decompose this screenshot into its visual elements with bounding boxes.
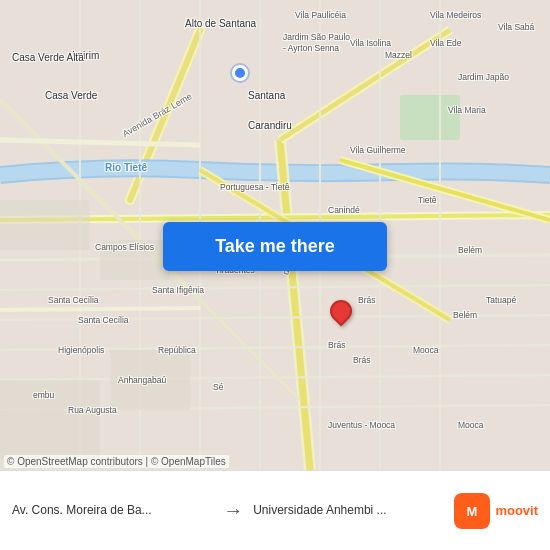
svg-rect-1 (400, 95, 460, 140)
label-rua-augusta: Rua Augusta (68, 405, 117, 415)
label-belem2: Belém (453, 310, 477, 320)
label-santa-cecilia2: Santa Cecília (78, 315, 129, 325)
label-bras3: Brás (353, 355, 370, 365)
label-jardim-sp2: - Ayrton Senna (283, 43, 339, 53)
svg-rect-31 (0, 200, 90, 250)
label-mooca1: Mooca (413, 345, 439, 355)
label-jardim-sp1: Jardim São Paulo (283, 32, 350, 42)
label-jardim-japao: Jardim Japão (458, 72, 509, 82)
origin-marker (232, 65, 248, 81)
moovit-icon: M (454, 493, 490, 529)
label-alto-santana: Alto de Santana (185, 18, 256, 29)
label-vila-saba: Vila Sabá (498, 22, 534, 32)
route-from: Av. Cons. Moreira de Ba... (12, 503, 213, 519)
label-vila-isolina: Vila Isolina (350, 38, 391, 48)
label-se: Sé (213, 382, 223, 392)
label-higienopolis: Higienópolis (58, 345, 104, 355)
route-to-text: Universidade Anhembi ... (253, 503, 386, 519)
label-vila-guilherme: Vila Guilherme (350, 145, 406, 155)
label-casa-verde: Casa Verde (45, 90, 97, 101)
take-me-there-button[interactable]: Take me there (163, 222, 387, 271)
label-juventus: Juventus - Mooca (328, 420, 395, 430)
label-campos-elisios: Campos Elísios (95, 242, 154, 252)
label-portuguesa: Portuguesa - Tietê (220, 182, 289, 192)
label-vila-ede: Vila Ede (430, 38, 462, 48)
moovit-logo: M moovit (454, 493, 538, 529)
map-container: Imirim Alto de Santana Vila Paulicéia Vi… (0, 0, 550, 470)
label-vila-medeiros: Vila Medeiros (430, 10, 481, 20)
destination-marker (330, 300, 352, 322)
bottom-bar: Av. Cons. Moreira de Ba... → Universidad… (0, 470, 550, 550)
route-arrow: → (223, 499, 243, 522)
label-casa-verde-alta: Casa Verde Alta (12, 52, 84, 63)
label-bras1: Brás (358, 295, 375, 305)
route-from-text: Av. Cons. Moreira de Ba... (12, 503, 152, 519)
label-mazzel: Mazzel (385, 50, 412, 60)
label-republica: República (158, 345, 196, 355)
label-tiete: Tietê (418, 195, 437, 205)
label-santa-ifigenia: Santa Ifigênia (152, 285, 204, 295)
label-santana: Santana (248, 90, 285, 101)
label-mooca2: Mooca (458, 420, 484, 430)
moovit-text: moovit (495, 503, 538, 518)
label-carandiru: Carandiru (248, 120, 292, 131)
svg-text:M: M (467, 504, 478, 519)
label-embu: embu (33, 390, 54, 400)
label-vila-maria: Vila Maria (448, 105, 486, 115)
label-tatua: Tatuapé (486, 295, 516, 305)
map-attribution: © OpenStreetMap contributors | © OpenMap… (4, 455, 229, 468)
label-bras2: Brás (328, 340, 345, 350)
label-santa-cecilia1: Santa Cecília (48, 295, 99, 305)
label-caninde: Canindé (328, 205, 360, 215)
label-belem1: Belém (458, 245, 482, 255)
route-to: Universidade Anhembi ... (253, 503, 454, 519)
label-anhangabau: Anhangabaú (118, 375, 166, 385)
svg-line-29 (0, 308, 200, 310)
label-vila-pauliceia: Vila Paulicéia (295, 10, 346, 20)
label-rio-tiete: Rio Tietê (105, 162, 147, 173)
